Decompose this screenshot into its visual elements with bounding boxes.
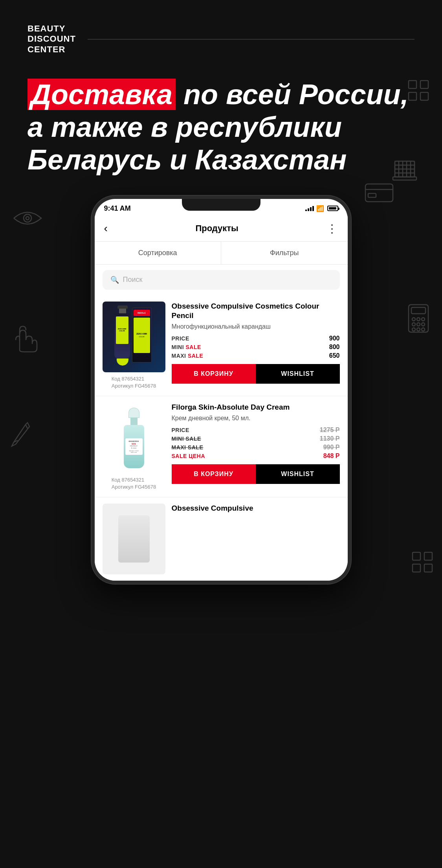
product-list: INDOLA ZERO AMM COLOR xyxy=(95,295,348,581)
product-image-area-2: essence SOS PROTECT& resist damage contr… xyxy=(103,403,165,491)
search-bar[interactable]: 🔍 Поиск xyxy=(103,270,340,290)
maxi-sale-value-2: 990 Р xyxy=(323,444,340,451)
hero-title: Доставка по всей России, а также в респу… xyxy=(28,78,414,176)
product-desc-2: Крем дневной крем, 50 мл. xyxy=(172,415,340,422)
wifi-icon: 📶 xyxy=(316,205,324,212)
deco-icon-palette xyxy=(391,157,418,186)
price-value-1: 900 xyxy=(329,335,340,342)
price-row-maxi-2: MAXI SALE 990 Р xyxy=(172,444,340,451)
search-input[interactable]: Поиск xyxy=(123,276,143,284)
product-code-2: Код 87654321 Аротикул FG45678 xyxy=(112,476,156,491)
back-button[interactable]: ‹ xyxy=(104,222,108,235)
product-item-2: essence SOS PROTECT& resist damage contr… xyxy=(95,396,348,497)
wishlist-button-1[interactable]: WISHLIST xyxy=(256,364,340,384)
price-label-1: PRICE xyxy=(172,335,189,342)
sort-button[interactable]: Сортировка xyxy=(95,242,222,264)
action-buttons-2: В КОРЗИНУ WISHLIST xyxy=(172,464,340,484)
wishlist-button-2[interactable]: WISHLIST xyxy=(256,464,340,484)
price-row-normal-1: PRICE 900 xyxy=(172,335,340,342)
product-info-1: Obsessive Compulsive Cosmetics Colour Pe… xyxy=(172,302,340,384)
nav-title: Продукты xyxy=(195,223,238,234)
search-icon: 🔍 xyxy=(110,276,119,284)
price-row-maxi-1: MAXI SALE 650 xyxy=(172,352,340,359)
svg-rect-8 xyxy=(393,177,416,180)
product-info-3: Obsessive Compulsive xyxy=(172,504,340,516)
logo: BEAUTY DISCOUNT CENTER xyxy=(28,24,76,55)
maxi-sale-label-2: MAXI SALE xyxy=(172,444,204,451)
header-divider xyxy=(88,39,414,40)
add-to-cart-button-1[interactable]: В КОРЗИНУ xyxy=(172,364,256,384)
status-time: 9:41 AM xyxy=(104,204,131,213)
app-screen: ‹ Продукты ⋮ Сортировка Фильтры 🔍 Поиск xyxy=(95,216,348,581)
mini-sale-value-1: 800 xyxy=(329,344,340,351)
product-name-2: Filorga Skin-Absolute Day Cream xyxy=(172,403,340,412)
price-row-mini-2: MINI SALE 1130 Р xyxy=(172,435,340,442)
app-navbar: ‹ Продукты ⋮ xyxy=(95,216,348,242)
maxi-sale-value-1: 650 xyxy=(329,352,340,359)
phone-mockup-container: 9:41 AM 📶 ‹ Продукты ⋮ xyxy=(0,196,442,584)
mini-sale-label-2: MINI SALE xyxy=(172,436,201,442)
sort-filter-bar: Сортировка Фильтры xyxy=(95,242,348,265)
svg-rect-13 xyxy=(409,92,416,100)
header: BEAUTY DISCOUNT CENTER xyxy=(0,0,442,63)
price-value-2: 1275 Р xyxy=(320,427,340,434)
action-buttons-1: В КОРЗИНУ WISHLIST xyxy=(172,364,340,384)
deco-icon-grid xyxy=(407,79,430,104)
phone-mockup: 9:41 AM 📶 ‹ Продукты ⋮ xyxy=(92,196,351,584)
product-item: INDOLA ZERO AMM COLOR xyxy=(95,295,348,396)
price-label-2: PRICE xyxy=(172,427,189,433)
sale-value-2: 848 Р xyxy=(323,452,340,460)
price-row-normal-2: PRICE 1275 Р xyxy=(172,427,340,434)
hero-section: Доставка по всей России, а также в респу… xyxy=(0,63,442,184)
product-image-area: INDOLA ZERO AMM COLOR xyxy=(103,302,165,390)
product-info-2: Filorga Skin-Absolute Day Cream Крем дне… xyxy=(172,403,340,484)
price-row-mini-1: MINI SALE 800 xyxy=(172,344,340,351)
product-name-1: Obsessive Compulsive Cosmetics Colour Pe… xyxy=(172,302,340,321)
svg-rect-12 xyxy=(420,81,428,88)
battery-icon xyxy=(327,206,338,211)
mini-sale-label-1: MINI SALE xyxy=(172,344,201,350)
status-icons: 📶 xyxy=(305,205,338,212)
product-image-2: essence SOS PROTECT& resist damage contr… xyxy=(103,403,165,473)
price-row-sale-2: SALE ЦЕНА 848 Р xyxy=(172,452,340,460)
product-name-3: Obsessive Compulsive xyxy=(172,504,340,513)
product-image-area-3 xyxy=(103,504,165,574)
product-desc-1: Многофункциональный карандаш xyxy=(172,323,340,330)
more-options-button[interactable]: ⋮ xyxy=(326,222,338,235)
svg-rect-14 xyxy=(420,92,428,100)
add-to-cart-button-2[interactable]: В КОРЗИНУ xyxy=(172,464,256,484)
signal-icon xyxy=(305,206,314,211)
mini-sale-value-2: 1130 Р xyxy=(320,435,340,442)
maxi-sale-label-1: MAXI SALE xyxy=(172,353,204,359)
sale-label-2: SALE ЦЕНА xyxy=(172,453,205,459)
phone-notch xyxy=(182,199,260,211)
product-image-1: INDOLA ZERO AMM COLOR xyxy=(103,302,165,372)
svg-rect-11 xyxy=(409,81,416,88)
product-code-1: Код 87654321 Аротикул FG45678 xyxy=(112,375,156,390)
product-image-3 xyxy=(103,504,165,574)
hero-highlight-word: Доставка xyxy=(28,79,176,110)
filter-button[interactable]: Фильтры xyxy=(221,242,348,264)
product-item-3-partial: Obsessive Compulsive xyxy=(95,497,348,581)
